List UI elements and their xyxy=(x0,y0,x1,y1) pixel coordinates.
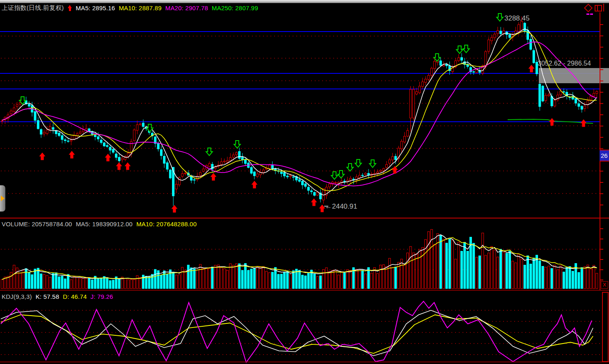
volume-ma5-value: MA5: 198390912.00 xyxy=(76,221,133,228)
side-panel-handle[interactable] xyxy=(0,185,5,212)
ma-lines xyxy=(2,29,597,195)
ma5-value: MA5: 2895.16 xyxy=(76,5,115,11)
volume-value: VOLUME: 205758784.00 xyxy=(2,221,72,228)
window-titlebar[interactable] xyxy=(0,0,609,3)
gridlines xyxy=(1,36,602,355)
volume-indicator-header: VOLUME: 205758784.00 MA5: 198390912.00 M… xyxy=(2,221,197,228)
ma20-value: MA20: 2907.78 xyxy=(165,5,208,11)
expand-arrow-icon xyxy=(1,196,5,201)
support-resistance-lines xyxy=(0,32,600,122)
ma10-value: MA10: 2887.89 xyxy=(119,5,161,11)
close-indicator-button[interactable]: X xyxy=(601,281,608,289)
candlesticks xyxy=(1,16,598,206)
kdj-j-value: J: 79.26 xyxy=(91,293,113,300)
gap-zone-label: 3052.62 - 2986.54 xyxy=(538,60,591,67)
kdj-d-value: D: 46.74 xyxy=(63,293,87,300)
axes xyxy=(0,12,609,362)
peak-price-label: 3288.45 xyxy=(504,14,529,23)
kdj-indicator-header: KDJ(9,3,3) K: 57.58 D: 46.74 J: 79.26 xyxy=(2,293,113,300)
up-arrow-icon xyxy=(68,5,72,11)
volume-bars xyxy=(1,230,598,289)
caret-mark xyxy=(603,4,604,11)
volume-ma10-value: MA10: 207648288.00 xyxy=(136,221,197,228)
kdj-name: KDJ(9,3,3) xyxy=(2,293,32,300)
axis-price-badge: 26 xyxy=(600,150,609,162)
split-window-icon[interactable] xyxy=(595,5,602,11)
main-indicator-header: 上证指数(日线.前复权) MA5: 2895.16 MA10: 2887.89 … xyxy=(2,4,258,12)
symbol-title: 上证指数(日线.前复权) xyxy=(2,4,64,12)
chart-application-window: 上证指数(日线.前复权) MA5: 2895.16 MA10: 2887.89 … xyxy=(0,0,609,364)
low-price-label: ←2440.91 xyxy=(325,202,357,211)
chart-canvas[interactable] xyxy=(0,0,609,364)
ma250-value: MA250: 2807.99 xyxy=(212,5,258,11)
kdj-k-value: K: 57.58 xyxy=(36,293,59,300)
